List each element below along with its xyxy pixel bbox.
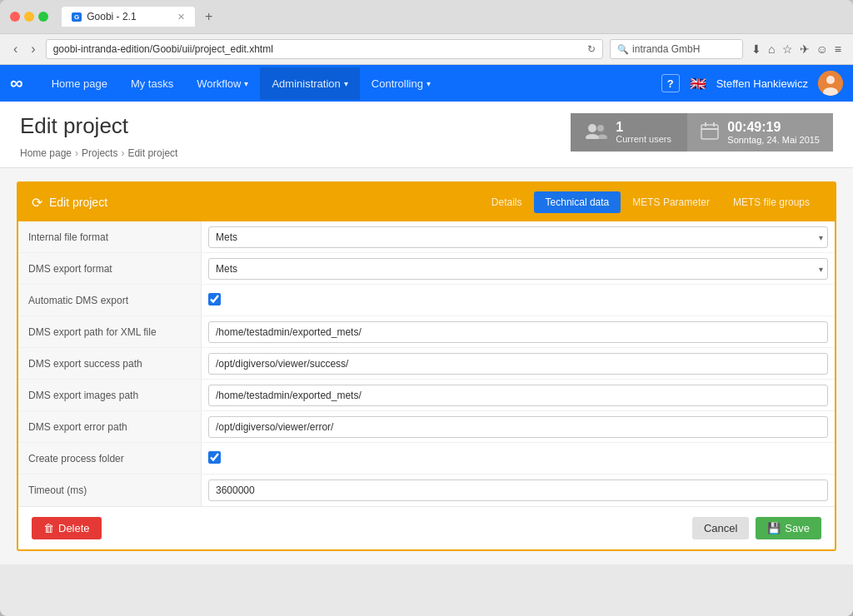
label-dms-xml-path: DMS export path for XML file: [18, 316, 202, 347]
tab-details[interactable]: Details: [480, 191, 534, 213]
user-name[interactable]: Steffen Hankiewicz: [716, 77, 808, 90]
svg-rect-7: [701, 125, 718, 139]
nav-tasks[interactable]: My tasks: [119, 67, 185, 100]
input-dms-xml-path[interactable]: [208, 321, 828, 343]
save-button[interactable]: 💾 Save: [756, 517, 821, 539]
field-dms-error-path: [202, 413, 835, 441]
refresh-icon: ⟳: [32, 195, 42, 211]
field-automatic-dms-export: [202, 290, 835, 311]
close-dot[interactable]: [10, 12, 20, 22]
tab-close-icon[interactable]: ✕: [177, 12, 185, 22]
form-row-dms-success-path: DMS export success path: [18, 348, 835, 380]
new-tab-button[interactable]: +: [205, 9, 212, 24]
nav-controlling-label: Controlling: [372, 77, 423, 90]
help-button[interactable]: ?: [661, 74, 680, 92]
form-row-create-process-folder: Create process folder: [18, 443, 835, 474]
address-bar[interactable]: goobi-intranda-edition/Goobi/uii/project…: [46, 39, 603, 59]
select-dms-export-format[interactable]: Mets: [208, 258, 828, 280]
label-dms-images-path: DMS export images path: [18, 380, 202, 410]
label-internal-file-format: Internal file format: [18, 221, 202, 252]
input-timeout[interactable]: [208, 479, 828, 501]
content-area: Edit project Home page › Projects › Edit…: [0, 102, 853, 564]
page-header: Edit project Home page › Projects › Edit…: [0, 102, 853, 168]
field-dms-images-path: [202, 381, 835, 410]
form-row-dms-images-path: DMS export images path: [18, 380, 835, 411]
back-button[interactable]: ‹: [10, 40, 21, 58]
top-navigation: ∞ Home page My tasks Workflow ▾ Administ…: [0, 65, 853, 102]
current-users-widget: 1 Current users: [571, 113, 687, 152]
page-title: Edit project: [20, 113, 177, 139]
home-icon[interactable]: ⌂: [766, 41, 776, 57]
tab-mets-parameter[interactable]: METS Parameter: [621, 191, 721, 213]
minimize-dot[interactable]: [24, 12, 34, 22]
clock-time: 00:49:19: [727, 120, 820, 135]
select-wrapper-internal-file-format: Mets ▾: [208, 226, 828, 248]
form-row-automatic-dms-export: Automatic DMS export: [18, 285, 835, 316]
reload-icon[interactable]: ↻: [587, 43, 596, 55]
cancel-button[interactable]: Cancel: [692, 517, 749, 539]
maximize-dot[interactable]: [38, 12, 48, 22]
input-dms-success-path[interactable]: [208, 353, 828, 375]
select-wrapper-dms-export-format: Mets ▾: [208, 258, 828, 280]
user-avatar[interactable]: [818, 71, 843, 96]
select-internal-file-format[interactable]: Mets: [208, 226, 828, 248]
form-row-dms-export-format: DMS export format Mets ▾: [18, 253, 835, 285]
users-widget-text: 1 Current users: [616, 121, 671, 144]
panel-title-text: Edit project: [49, 196, 107, 209]
search-bar[interactable]: 🔍 intranda GmbH: [610, 39, 743, 59]
clock-widget: 00:49:19 Sonntag, 24. Mai 2015: [687, 113, 833, 152]
nav-controlling[interactable]: Controlling ▾: [360, 67, 442, 100]
url-text: goobi-intranda-edition/Goobi/uii/project…: [53, 43, 582, 55]
browser-tab[interactable]: G Goobi - 2.1 ✕: [62, 7, 195, 27]
label-dms-error-path: DMS export error path: [18, 411, 202, 442]
app: ∞ Home page My tasks Workflow ▾ Administ…: [0, 65, 853, 564]
calendar-icon: [701, 122, 719, 144]
nav-home[interactable]: Home page: [40, 67, 119, 100]
nav-administration[interactable]: Administration ▾: [260, 67, 359, 100]
clock-date: Sonntag, 24. Mai 2015: [727, 135, 820, 145]
checkbox-automatic-dms-export[interactable]: [208, 293, 221, 306]
input-dms-images-path[interactable]: [208, 385, 828, 406]
breadcrumb-current: Edit project: [127, 147, 177, 159]
forward-button[interactable]: ›: [27, 40, 38, 58]
checkbox-create-process-folder[interactable]: [208, 451, 221, 464]
form-body: Internal file format Mets ▾: [18, 221, 835, 506]
chevron-down-icon: ▾: [244, 79, 248, 88]
bookmark-icon[interactable]: ☆: [781, 41, 795, 57]
field-dms-export-format: Mets ▾: [202, 255, 835, 283]
breadcrumb-home[interactable]: Home page: [20, 147, 72, 159]
tab-mets-file-groups[interactable]: METS file groups: [721, 191, 821, 213]
input-dms-error-path[interactable]: [208, 416, 828, 438]
save-label: Save: [785, 522, 810, 534]
delete-button[interactable]: 🗑 Delete: [32, 517, 102, 539]
menu-icon[interactable]: ≡: [833, 41, 843, 57]
delete-icon: 🗑: [43, 522, 54, 534]
tab-technical-data[interactable]: Technical data: [534, 191, 621, 213]
browser-titlebar: G Goobi - 2.1 ✕ +: [0, 0, 853, 34]
field-internal-file-format: Mets ▾: [202, 223, 835, 251]
svg-point-5: [597, 125, 604, 132]
svg-point-3: [588, 124, 596, 132]
avatar-image: [818, 71, 843, 96]
nav-workflow[interactable]: Workflow ▾: [185, 67, 260, 100]
language-flag[interactable]: 🇬🇧: [690, 76, 706, 92]
edit-panel-tabs: Details Technical data METS Parameter ME…: [480, 191, 821, 213]
tab-favicon: G: [72, 12, 82, 22]
clock-widget-text: 00:49:19 Sonntag, 24. Mai 2015: [727, 120, 820, 145]
label-timeout: Timeout (ms): [18, 474, 202, 506]
field-create-process-folder: [202, 448, 835, 469]
browser-actions: ⬇ ⌂ ☆ ✈ ☺ ≡: [750, 41, 843, 57]
share-icon[interactable]: ✈: [798, 41, 811, 57]
users-icon: [584, 122, 607, 143]
label-dms-success-path: DMS export success path: [18, 348, 202, 379]
form-row-internal-file-format: Internal file format Mets ▾: [18, 221, 835, 253]
form-row-dms-xml-path: DMS export path for XML file: [18, 316, 835, 348]
form-row-dms-error-path: DMS export error path: [18, 411, 835, 443]
field-dms-success-path: [202, 350, 835, 378]
tab-title: Goobi - 2.1: [87, 11, 136, 22]
topnav-right: ? 🇬🇧 Steffen Hankiewicz: [661, 71, 843, 96]
chevron-down-icon: ▾: [344, 79, 348, 88]
download-icon[interactable]: ⬇: [750, 41, 763, 57]
breadcrumb-projects[interactable]: Projects: [82, 147, 117, 159]
account-icon[interactable]: ☺: [815, 41, 830, 57]
